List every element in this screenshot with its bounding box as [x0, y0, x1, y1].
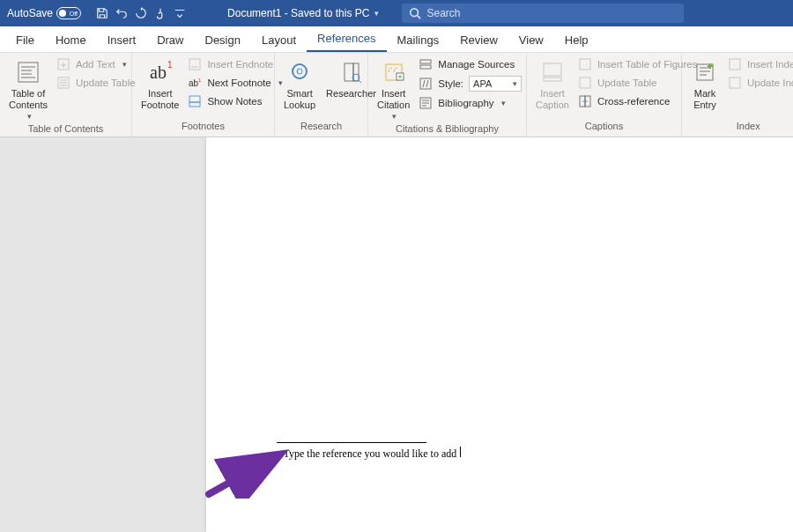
- update-table-icon: [56, 76, 70, 90]
- svg-text:1: 1: [198, 78, 201, 83]
- search-box[interactable]: Search: [402, 4, 684, 23]
- update-table-button[interactable]: Update Table: [55, 75, 137, 91]
- tab-references[interactable]: References: [307, 26, 386, 52]
- document-area[interactable]: 1 Type the reference you would like to a…: [0, 137, 793, 532]
- toc-icon: [14, 58, 42, 86]
- footnote-area[interactable]: 1 Type the reference you would like to a…: [277, 442, 461, 461]
- search-placeholder: Search: [426, 7, 460, 19]
- chevron-down-icon: ▾: [27, 112, 32, 121]
- table-of-contents-button[interactable]: Table of Contents ▾: [5, 56, 51, 123]
- update-tof-button[interactable]: Update Table: [576, 75, 700, 91]
- researcher-icon: [337, 58, 366, 86]
- tof-icon: [578, 57, 592, 71]
- svg-rect-10: [189, 59, 200, 70]
- tab-review[interactable]: Review: [449, 28, 508, 52]
- insert-citation-button[interactable]: Insert Citation▾: [374, 56, 413, 123]
- svg-point-0: [411, 9, 419, 17]
- tab-home[interactable]: Home: [45, 28, 97, 52]
- group-footnotes: ab1 Insert Footnote Insert Endnote ab1 N…: [132, 53, 275, 137]
- document-title[interactable]: Document1 - Saved to this PC ▾: [227, 7, 379, 19]
- caption-icon: [538, 58, 567, 86]
- add-text-button[interactable]: Add Text▾: [55, 56, 137, 72]
- svg-rect-35: [730, 78, 740, 88]
- tab-draw[interactable]: Draw: [146, 28, 194, 52]
- svg-rect-29: [580, 59, 590, 70]
- save-icon[interactable]: [95, 6, 109, 20]
- tab-file[interactable]: File: [5, 28, 45, 52]
- insert-index-icon: [728, 57, 742, 71]
- tab-help[interactable]: Help: [554, 28, 599, 52]
- quick-access-toolbar: [95, 6, 187, 20]
- group-label: Table of Contents: [0, 123, 131, 137]
- smart-lookup-icon: i: [285, 58, 314, 86]
- toggle-switch[interactable]: Off: [56, 7, 81, 19]
- text-cursor: [460, 447, 461, 457]
- svg-rect-19: [353, 63, 359, 81]
- svg-text:1: 1: [167, 60, 173, 70]
- svg-rect-34: [730, 59, 740, 70]
- group-label: Footnotes: [132, 121, 274, 137]
- svg-rect-28: [544, 78, 561, 81]
- next-footnote-button[interactable]: ab1 Next Footnote▾: [186, 75, 284, 91]
- tab-mailings[interactable]: Mailings: [387, 28, 450, 52]
- redo-icon[interactable]: [134, 6, 148, 20]
- tab-view[interactable]: View: [508, 28, 554, 52]
- bibliography-icon: [419, 96, 433, 110]
- citation-icon: [380, 58, 408, 86]
- citation-style-select[interactable]: Style: APA▾: [417, 75, 523, 92]
- footnote-text[interactable]: Type the reference you would like to add: [284, 447, 457, 461]
- bibliography-button[interactable]: Bibliography▾: [417, 95, 523, 111]
- autosave-label: AutoSave: [7, 7, 53, 19]
- endnote-icon: [188, 57, 202, 71]
- group-label: Index: [682, 121, 793, 137]
- footnote-icon: ab1: [146, 58, 174, 86]
- style-dropdown[interactable]: APA▾: [469, 76, 522, 92]
- svg-text:ab: ab: [189, 78, 199, 88]
- group-index: Mark Entry Insert Index Update Index Ind…: [682, 53, 793, 137]
- svg-rect-30: [580, 78, 590, 88]
- tab-layout[interactable]: Layout: [251, 28, 307, 52]
- ribbon-tabs: FileHomeInsertDrawDesignLayoutReferences…: [0, 26, 793, 53]
- manage-sources-icon: [419, 57, 433, 71]
- undo-icon[interactable]: [115, 6, 129, 20]
- tab-design[interactable]: Design: [195, 28, 251, 52]
- svg-point-15: [293, 64, 307, 78]
- footnote-number: 1: [277, 450, 281, 459]
- insert-index-button[interactable]: Insert Index: [726, 56, 793, 72]
- group-captions: Insert Caption Insert Table of Figures U…: [527, 53, 682, 137]
- tab-insert[interactable]: Insert: [97, 28, 147, 52]
- footnote-separator: [277, 442, 426, 443]
- qat-customize-icon[interactable]: [173, 6, 187, 20]
- update-index-button[interactable]: Update Index: [726, 75, 793, 91]
- mark-entry-icon: [691, 58, 719, 86]
- manage-sources-button[interactable]: Manage Sources: [417, 56, 523, 72]
- svg-rect-1: [19, 63, 38, 82]
- style-icon: [419, 77, 433, 91]
- update-index-icon: [728, 76, 742, 90]
- svg-rect-24: [420, 65, 431, 69]
- cross-reference-button[interactable]: Cross-reference: [576, 93, 700, 109]
- chevron-down-icon: ▾: [374, 9, 379, 18]
- group-label: Research: [275, 121, 367, 137]
- show-notes-icon: [188, 94, 202, 108]
- show-notes-button[interactable]: Show Notes: [186, 93, 284, 109]
- svg-rect-23: [420, 60, 431, 63]
- svg-rect-25: [420, 78, 431, 89]
- autosave-toggle[interactable]: AutoSave Off: [7, 7, 81, 19]
- smart-lookup-button[interactable]: i Smart Lookup: [280, 56, 319, 112]
- group-label: Citations & Bibliography: [368, 123, 526, 137]
- document-page[interactable]: 1 Type the reference you would like to a…: [206, 137, 793, 532]
- svg-rect-18: [345, 63, 353, 81]
- insert-footnote-button[interactable]: ab1 Insert Footnote: [137, 56, 182, 112]
- insert-table-of-figures-button[interactable]: Insert Table of Figures: [576, 56, 700, 72]
- mark-entry-button[interactable]: Mark Entry: [687, 56, 723, 112]
- update-icon: [578, 76, 592, 90]
- svg-rect-13: [189, 96, 200, 102]
- group-citations: Insert Citation▾ Manage Sources Style: A…: [368, 53, 527, 137]
- insert-caption-button[interactable]: Insert Caption: [532, 56, 573, 112]
- insert-endnote-button[interactable]: Insert Endnote: [186, 56, 284, 72]
- title-bar: AutoSave Off Document1 - Saved to this P…: [0, 0, 793, 26]
- touch-mode-icon[interactable]: [153, 6, 167, 20]
- group-table-of-contents: Table of Contents ▾ Add Text▾ Update Tab…: [0, 53, 132, 137]
- group-research: i Smart Lookup Researcher Research: [275, 53, 368, 137]
